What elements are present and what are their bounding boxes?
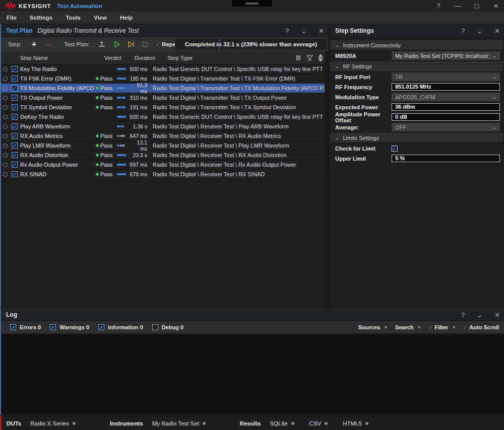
breakpoint-circle-icon[interactable] [3, 172, 8, 177]
log-control-search[interactable]: Search▾ [395, 324, 420, 330]
breakpoint-cell[interactable] [1, 144, 9, 148]
row-checkbox[interactable]: ✓ [12, 171, 18, 177]
row-checkbox[interactable]: ✓ [12, 162, 18, 168]
chevron-down-icon[interactable]: ⌄ [301, 28, 306, 34]
breakpoint-circle-icon[interactable] [3, 77, 8, 81]
breakpoint-cell[interactable] [1, 163, 9, 167]
column-step-name[interactable]: Step Name [20, 55, 48, 61]
dropdown-m8920a[interactable]: My Radio Test Set (TCPIP0::localhost::hi… [392, 51, 500, 60]
statusbar-item-csv[interactable]: CSV [309, 420, 328, 426]
breakpoint-cell[interactable] [1, 115, 9, 119]
table-row[interactable]: ✓Play ARB Waveform1.36 sRadio Test Digit… [1, 122, 328, 131]
minimize-icon[interactable]: — [454, 3, 462, 10]
table-row[interactable]: ✓TX Modulation Fidelity (APCO P25)Pass91… [1, 84, 328, 93]
filter-checkbox[interactable]: ✓ [10, 324, 16, 330]
table-row[interactable]: ✓Rx Audio Output PowerPass697 msRadio Te… [1, 160, 328, 170]
row-checkbox[interactable]: ✓ [12, 104, 18, 110]
log-filter-information-0[interactable]: ✓Information 0 [98, 324, 143, 330]
log-content[interactable] [1, 334, 504, 414]
table-row[interactable]: ✓Play LMR WaveformPass13.1 msRadio Test … [1, 141, 328, 151]
breakpoint-cell[interactable] [1, 86, 9, 91]
log-control-auto-scroll[interactable]: ✓Auto Scroll [463, 324, 499, 330]
table-row[interactable]: ✓DeKey The Radio500 msRadio Test Generic… [1, 112, 328, 122]
checkbox-check-for-limit[interactable]: ✓ [392, 146, 398, 152]
run-to-break-button[interactable] [98, 40, 106, 48]
breakpoint-circle-icon[interactable] [3, 134, 8, 138]
window-drag-handle[interactable] [232, 0, 272, 7]
row-height-icon[interactable] [318, 54, 323, 61]
table-row[interactable]: ✓RX Audio DistortionPass23.3 sRadio Test… [1, 151, 328, 160]
maximize-icon[interactable]: ▢ [473, 3, 481, 9]
dropdown-modulation-type[interactable]: APCO25_C4FM⌄ [392, 93, 500, 101]
breakpoint-cell[interactable] [1, 134, 9, 138]
add-step-button[interactable]: + [32, 40, 36, 49]
row-checkbox[interactable]: ✓ [12, 76, 18, 82]
breakpoint-circle-icon[interactable] [3, 86, 8, 91]
row-checkbox[interactable]: ✓ [12, 85, 18, 91]
vertical-scrollbar[interactable] [325, 51, 328, 306]
breakpoint-circle-icon[interactable] [3, 67, 8, 71]
section-header-instrument-connectivity[interactable]: ⌄Instrument Connectivity [330, 40, 503, 50]
menu-item-view[interactable]: View [87, 15, 113, 21]
chevron-down-icon[interactable]: ⌄ [477, 312, 482, 318]
breakpoint-circle-icon[interactable] [3, 96, 8, 100]
row-checkbox[interactable]: ✓ [12, 133, 18, 139]
run-button[interactable] [113, 40, 121, 48]
chevron-down-icon[interactable]: ⌄ [477, 28, 482, 34]
breakpoint-circle-icon[interactable] [3, 153, 8, 158]
help-icon[interactable]: ? [434, 3, 443, 10]
help-icon[interactable]: ? [285, 28, 289, 34]
column-verdict[interactable]: Verdict [104, 55, 121, 61]
close-icon[interactable]: ✕ [319, 28, 324, 34]
section-header-limits-settings[interactable]: ⌄Limits Settings [330, 133, 503, 142]
breakpoint-circle-icon[interactable] [3, 124, 8, 129]
log-panel-header[interactable]: Log ? ⌄ ✕ [1, 308, 504, 321]
breakpoint-cell[interactable] [1, 124, 9, 129]
statusbar-item-my-radio-test-set[interactable]: My Radio Test Set [152, 420, 206, 426]
help-icon[interactable]: ? [461, 28, 465, 34]
input-expected-power[interactable]: 36 dBm [392, 103, 500, 111]
row-checkbox[interactable]: ✓ [12, 95, 18, 101]
breakpoint-circle-icon[interactable] [3, 144, 8, 148]
table-row[interactable]: ✓RX Audio MetricsPass647 msRadio Test Di… [1, 131, 328, 141]
dropdown-rf-input-port[interactable]: TR⌄ [392, 73, 500, 81]
menu-item-settings[interactable]: Settings [23, 15, 59, 21]
breakpoint-cell[interactable] [1, 172, 9, 177]
log-control-filter[interactable]: ✓Filter▾ [428, 324, 455, 330]
row-checkbox[interactable]: ✓ [12, 114, 18, 120]
breakpoint-circle-icon[interactable] [3, 115, 8, 119]
columns-icon[interactable] [295, 55, 301, 61]
log-control-sources[interactable]: Sources▾ [358, 324, 387, 330]
filter-checkbox[interactable] [152, 324, 158, 330]
dropdown-average[interactable]: OFF⌄ [392, 123, 500, 131]
breakpoint-cell[interactable] [1, 96, 9, 100]
log-filter-warnings-0[interactable]: ✓Warnings 0 [50, 324, 89, 330]
input-rf-frequency[interactable]: 851.0125 MHz [392, 83, 500, 91]
statusbar-item-sqlite[interactable]: SQLite [270, 420, 294, 426]
input-upper-limit[interactable]: 5 % [392, 155, 500, 162]
filter-icon[interactable] [306, 55, 313, 61]
row-checkbox[interactable]: ✓ [12, 123, 18, 129]
filter-checkbox[interactable]: ✓ [98, 324, 104, 330]
table-row[interactable]: ✓TX Output PowerPass310 msRadio Test Dig… [1, 93, 328, 103]
breakpoint-circle-icon[interactable] [3, 105, 8, 110]
breakpoint-circle-icon[interactable] [3, 163, 8, 167]
section-header-rf-settings[interactable]: ⌄RF Settings [330, 61, 503, 71]
table-row[interactable]: ✓TX FSK Error (DMR)Pass185 msRadio Test … [1, 74, 328, 84]
filter-checkbox[interactable]: ✓ [50, 324, 56, 330]
menu-item-help[interactable]: Help [113, 15, 139, 21]
breakpoint-cell[interactable] [1, 105, 9, 110]
breakpoint-cell[interactable] [1, 153, 9, 158]
row-checkbox[interactable]: ✓ [12, 142, 18, 149]
test-plan-panel-header[interactable]: Test Plan Digital Radio Transmit & Recei… [1, 24, 328, 37]
menu-item-tools[interactable]: Tools [59, 15, 87, 21]
log-filter-errors-0[interactable]: ✓Errors 0 [10, 324, 41, 330]
statusbar-item-radio-x-series[interactable]: Radio X Series [30, 420, 76, 426]
table-row[interactable]: ✓Key The Radio500 msRadio Test Generic D… [1, 64, 328, 74]
table-row[interactable]: ✓TX Symbol DeviationPass191 msRadio Test… [1, 103, 328, 112]
tab-test-plan[interactable]: Test Plan [6, 27, 32, 34]
statusbar-item-html5[interactable]: HTML5 [343, 420, 368, 426]
breakpoint-cell[interactable] [1, 77, 9, 81]
input-amplitude-power-offset[interactable]: 0 dB [392, 113, 500, 121]
log-filter-debug-0[interactable]: Debug 0 [152, 324, 183, 330]
